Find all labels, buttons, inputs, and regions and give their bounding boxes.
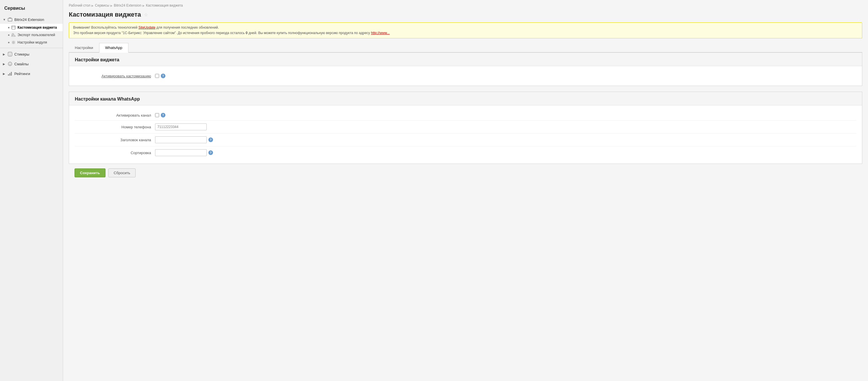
channel-title-row: Заголовок канала ?: [75, 133, 856, 147]
save-button[interactable]: Сохранить: [74, 168, 105, 177]
dot-icon: [8, 42, 9, 43]
reset-button[interactable]: Сбросить: [108, 168, 136, 177]
export-icon: [11, 33, 16, 37]
sidebar-group-smileys-header[interactable]: ▶ Смайлы: [0, 60, 63, 68]
activate-channel-checkbox[interactable]: [155, 113, 159, 117]
whatsapp-settings-body: Активировать канал ? Номер телефона: [69, 105, 862, 164]
sort-help-icon[interactable]: ?: [208, 150, 213, 155]
whatsapp-settings-title: Настройки канала WhatsApp: [69, 92, 862, 105]
sidebar-group-smileys-label: Смайлы: [14, 62, 29, 66]
box-icon: [7, 17, 12, 22]
sort-control: ?: [155, 149, 213, 156]
sidebar-group-stickers: ▶ Стикеры: [0, 50, 63, 58]
sidebar-group-ratings-label: Рейтинги: [14, 72, 30, 76]
sidebar: Сервисы ▼ Bitrix24 Extension Кастомизаци…: [0, 0, 63, 381]
activate-customization-control: ?: [155, 74, 165, 78]
whatsapp-settings-section: Настройки канала WhatsApp Активировать к…: [69, 92, 862, 164]
alert-line1: Внимание! Воспользуйтесь технологией Sit…: [73, 25, 858, 30]
alert-siteupdate-link[interactable]: SiteUpdate: [138, 26, 155, 30]
expand-arrow-stickers-icon: ▶: [3, 53, 6, 56]
sidebar-group-bitrix24-header[interactable]: ▼ Bitrix24 Extension: [0, 15, 63, 24]
breadcrumb: Рабочий стол ▶ Сервисы ▶ Bitrix24 Extens…: [63, 0, 868, 9]
tab-whatsapp[interactable]: WhatsApp: [99, 43, 128, 53]
favorite-star-icon[interactable]: ☆: [144, 12, 148, 18]
sidebar-item-widget-customize-label: Кастомизация виджета: [18, 26, 57, 30]
svg-point-10: [10, 63, 11, 64]
rating-icon: [7, 71, 12, 76]
alert-days: 0: [246, 31, 248, 35]
svg-point-9: [9, 63, 10, 64]
sidebar-group-stickers-label: Стикеры: [14, 52, 29, 57]
sidebar-group-stickers-header[interactable]: ▶ Стикеры: [0, 50, 63, 58]
breadcrumb-sep2: ▶: [111, 4, 113, 7]
breadcrumb-current[interactable]: Кастомизация виджета: [146, 3, 183, 7]
sidebar-group-ratings: ▶ Рейтинги: [0, 69, 63, 78]
channel-title-label: Заголовок канала: [75, 138, 155, 142]
dot-icon: [8, 34, 9, 36]
page-header: Кастомизация виджета ☆: [63, 9, 868, 22]
sidebar-item-module-settings[interactable]: Настройки модуля: [0, 39, 63, 46]
form-buttons: Сохранить Сбросить: [69, 164, 862, 182]
alert-line2: Это пробная версия продукта "1С-Битрикс:…: [73, 30, 858, 36]
page-title: Кастомизация виджета: [69, 11, 141, 18]
activate-customization-label: Активировать кастомизацию: [75, 74, 155, 78]
svg-rect-11: [8, 74, 9, 75]
alert-text1: Внимание! Воспользуйтесь технологией: [73, 26, 138, 30]
svg-point-8: [8, 62, 12, 66]
sidebar-group-bitrix24: ▼ Bitrix24 Extension Кастомизация виджет…: [0, 15, 63, 46]
alert-banner: Внимание! Воспользуйтесь технологией Sit…: [69, 22, 862, 38]
tabs-bar: Настройки WhatsApp: [69, 43, 862, 53]
activate-customization-help-icon[interactable]: ?: [161, 74, 165, 78]
svg-point-6: [9, 53, 10, 54]
breadcrumb-sep1: ▶: [91, 4, 94, 7]
settings-icon: [11, 40, 16, 45]
svg-rect-12: [9, 73, 10, 75]
sidebar-group-ratings-header[interactable]: ▶ Рейтинги: [0, 69, 63, 78]
sort-row: Сортировка ?: [75, 147, 856, 159]
alert-text2: для получения последних обновлений.: [155, 26, 219, 30]
phone-row: Номер телефона: [75, 121, 856, 133]
activate-channel-control: ?: [155, 113, 165, 118]
breadcrumb-services[interactable]: Сервисы: [95, 3, 109, 7]
smiley-icon: [7, 61, 12, 66]
activate-channel-help-icon[interactable]: ?: [161, 113, 165, 118]
activate-channel-label: Активировать канал: [75, 113, 155, 118]
sidebar-item-widget-customize[interactable]: Кастомизация виджета: [0, 24, 63, 31]
tab-settings[interactable]: Настройки: [69, 43, 99, 53]
svg-point-4: [13, 42, 14, 43]
activate-channel-row: Активировать канал ?: [75, 110, 856, 121]
sort-input[interactable]: [155, 149, 207, 156]
activate-customization-row: Активировать кастомизацию ?: [75, 71, 856, 81]
svg-rect-0: [8, 18, 12, 21]
breadcrumb-bitrix24[interactable]: Bitrix24 Extension: [114, 3, 141, 7]
main-content: Рабочий стол ▶ Сервисы ▶ Bitrix24 Extens…: [63, 0, 868, 381]
channel-title-input[interactable]: [155, 136, 207, 143]
svg-point-7: [10, 53, 11, 54]
expand-arrow-ratings-icon: ▶: [3, 72, 6, 75]
svg-rect-13: [11, 72, 12, 75]
svg-rect-5: [8, 52, 12, 56]
widget-settings-section: Настройки виджета Активировать кастомиза…: [69, 53, 862, 86]
alert-text4: дней. Вы можете купить полнофункциональн…: [248, 31, 371, 35]
sort-label: Сортировка: [75, 151, 155, 155]
phone-control: [155, 124, 207, 130]
alert-text3: Это пробная версия продукта "1С-Битрикс:…: [73, 31, 246, 35]
dot-icon: [8, 27, 9, 28]
channel-title-help-icon[interactable]: ?: [208, 137, 213, 142]
sidebar-group-smileys: ▶ Смайлы: [0, 60, 63, 68]
expand-arrow-icon: ▼: [3, 18, 6, 21]
activate-customization-checkbox[interactable]: [155, 74, 159, 78]
breadcrumb-desktop[interactable]: Рабочий стол: [69, 3, 90, 7]
sidebar-item-export-users-label: Экспорт пользователей: [18, 33, 55, 37]
phone-input[interactable]: [155, 124, 207, 130]
svg-rect-1: [12, 26, 15, 29]
widget-icon: [11, 25, 16, 30]
breadcrumb-sep3: ▶: [143, 4, 145, 7]
sidebar-item-export-users[interactable]: Экспорт пользователей: [0, 31, 63, 39]
alert-link2[interactable]: http://www...: [371, 31, 390, 35]
expand-arrow-smileys-icon: ▶: [3, 62, 6, 66]
sticker-icon: [7, 52, 12, 57]
svg-point-3: [12, 33, 14, 35]
widget-settings-title: Настройки виджета: [69, 53, 862, 66]
channel-title-control: ?: [155, 136, 213, 143]
